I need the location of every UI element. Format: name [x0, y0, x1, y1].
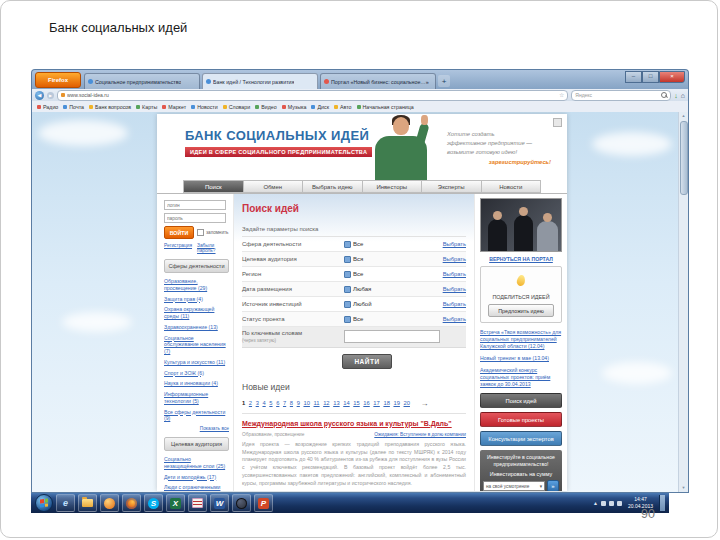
login-field[interactable] — [164, 200, 226, 210]
sphere-category-link[interactable]: Образование, просвещение (29) — [164, 278, 229, 292]
start-button[interactable] — [35, 494, 53, 512]
bookmark-item[interactable]: Новости — [191, 104, 218, 110]
password-field[interactable] — [164, 213, 226, 223]
choose-link[interactable]: Выбрать — [443, 286, 466, 292]
skype-icon[interactable]: S — [144, 494, 163, 512]
word-icon[interactable]: W — [210, 494, 229, 512]
close-button[interactable]: × — [659, 71, 685, 83]
browser-tab[interactable]: Портал «Новый бизнес: социальное…» — [320, 73, 436, 89]
choose-link[interactable]: Выбрать — [443, 316, 466, 322]
invest-go-button[interactable]: » — [547, 480, 559, 491]
audience-category-link[interactable]: Дети и молодёжь (17) — [164, 474, 229, 481]
forgot-password-link[interactable]: Забыли пароль? — [197, 243, 229, 253]
site-nav-tab[interactable]: Обмен — [244, 180, 304, 193]
tray-flag-icon[interactable] — [601, 501, 606, 506]
sphere-category-link[interactable]: Социальное обслуживание населения (7) — [164, 335, 229, 355]
page-link[interactable]: 18 — [383, 400, 389, 406]
keywords-input[interactable] — [344, 330, 440, 343]
forward-icon[interactable]: ▶ — [47, 92, 54, 99]
choose-link[interactable]: Выбрать — [443, 241, 466, 247]
news-link[interactable]: Академический конкурс социальных проекто… — [480, 367, 562, 388]
site-nav-tab[interactable]: Новости — [482, 180, 542, 193]
sphere-category-link[interactable]: Здравоохранение (13) — [164, 324, 229, 331]
media-player-icon[interactable] — [100, 494, 119, 512]
new-tab-button[interactable]: + — [438, 75, 450, 87]
browser-globe-icon[interactable] — [232, 494, 251, 512]
page-link[interactable]: 6 — [276, 400, 279, 406]
choose-link[interactable]: Выбрать — [443, 256, 466, 262]
register-link[interactable]: зарегистрируйтесь! — [447, 158, 551, 167]
register-link[interactable]: Регистрация — [164, 243, 192, 253]
browser-tab[interactable]: Банк идей / Технологии развития — [202, 73, 318, 89]
firefox-app-button[interactable]: Firefox — [35, 72, 81, 88]
minimize-button[interactable]: – — [625, 71, 642, 83]
site-nav-tab[interactable]: Выбрать идею — [303, 180, 363, 193]
maximize-button[interactable]: □ — [642, 71, 659, 83]
page-link[interactable]: 17 — [373, 400, 379, 406]
powerpoint-icon[interactable]: P — [254, 494, 273, 512]
bookmark-item[interactable]: Видео — [255, 104, 276, 110]
show-all-link[interactable]: Показать все — [164, 426, 229, 431]
tray-network-icon[interactable] — [609, 501, 614, 506]
page-link[interactable]: 8 — [290, 400, 293, 406]
audience-category-link[interactable]: Социально незащищённые слои (25) — [164, 456, 229, 470]
excel-icon[interactable]: X — [166, 494, 185, 512]
bookmark-item[interactable]: Авто — [334, 104, 352, 110]
sphere-category-link[interactable]: Охрана окружающей среды (11) — [164, 306, 229, 320]
bookmark-item[interactable]: Музыка — [282, 104, 307, 110]
page-scrollbar[interactable]: ▲ ▼ — [678, 112, 688, 492]
propose-idea-button[interactable]: Предложить идею — [488, 304, 554, 317]
sphere-category-link[interactable]: Информационные технологии (5) — [164, 391, 229, 405]
news-link[interactable]: Новый тренинг в мае (13.04) — [480, 355, 562, 362]
page-link[interactable]: 2 — [249, 400, 252, 406]
scroll-down-icon[interactable]: ▼ — [679, 484, 688, 492]
find-button[interactable]: НАЙТИ — [342, 354, 392, 369]
home-icon[interactable]: ⌂ — [681, 92, 685, 99]
bookmark-item[interactable]: Карты — [136, 104, 157, 110]
sphere-category-link[interactable]: Защита прав (4) — [164, 296, 229, 303]
search-ideas-button[interactable]: Поиск идей — [480, 393, 562, 408]
bookmark-item[interactable]: Банк вопросов — [89, 104, 131, 110]
download-icon[interactable]: ↓ — [674, 92, 678, 99]
choose-link[interactable]: Выбрать — [443, 301, 466, 307]
internet-explorer-icon[interactable]: e — [56, 494, 75, 512]
remember-checkbox[interactable] — [197, 229, 204, 236]
bookmark-item[interactable]: Словари — [223, 104, 251, 110]
site-nav-tab[interactable]: Эксперты — [422, 180, 482, 193]
invest-amount-select[interactable]: на своё усмотрение ▾ — [483, 481, 545, 491]
page-link[interactable]: 16 — [363, 400, 369, 406]
browser-tab[interactable]: Социальное предпринимательство — [84, 73, 200, 89]
page-link[interactable]: 13 — [333, 400, 339, 406]
sphere-category-link[interactable]: Культура и искусство (11) — [164, 359, 229, 366]
audience-category-link[interactable]: Люди с ограниченными возможностями (8) — [164, 484, 229, 491]
tray-expand-icon[interactable]: ▲ — [593, 501, 598, 506]
page-link[interactable]: 4 — [262, 400, 265, 406]
site-nav-tab[interactable]: Инвесторы — [363, 180, 423, 193]
page-link[interactable]: 5 — [269, 400, 272, 406]
page-link[interactable]: 3 — [256, 400, 259, 406]
login-button[interactable]: ВОЙТИ — [164, 226, 194, 239]
pagination-next-arrow[interactable]: → — [421, 399, 429, 408]
tray-volume-icon[interactable] — [617, 501, 622, 506]
sphere-category-link[interactable]: Все сферы деятельности (9) — [164, 409, 229, 423]
page-link[interactable]: 12 — [323, 400, 329, 406]
scroll-up-icon[interactable]: ▲ — [679, 112, 688, 120]
sphere-category-link[interactable]: Наука и инновации (4) — [164, 380, 229, 387]
site-nav-tab[interactable]: Поиск — [183, 180, 244, 193]
page-link[interactable]: 20 — [404, 400, 410, 406]
back-to-portal-link[interactable]: ВЕРНУТЬСЯ НА ПОРТАЛ — [480, 256, 562, 262]
page-link[interactable]: 9 — [297, 400, 300, 406]
bookmark-item[interactable]: Маркет — [162, 104, 186, 110]
news-link[interactable]: Встреча «Твоя возможность» для социальны… — [480, 329, 562, 350]
firefox-icon[interactable] — [122, 494, 141, 512]
page-link[interactable]: 15 — [353, 400, 359, 406]
expert-consult-button[interactable]: Консультации экспертов — [480, 431, 562, 446]
bookmark-item[interactable]: Диск — [311, 104, 329, 110]
show-desktop-button[interactable] — [659, 495, 665, 511]
bookmark-item[interactable]: Начальная страница — [357, 104, 414, 110]
scrollbar-thumb[interactable] — [680, 121, 688, 195]
header-widget-icon[interactable] — [553, 118, 562, 127]
outlook-icon[interactable] — [188, 494, 207, 512]
bookmark-star-icon[interactable]: ☆ — [559, 92, 564, 98]
page-link[interactable]: 14 — [343, 400, 349, 406]
